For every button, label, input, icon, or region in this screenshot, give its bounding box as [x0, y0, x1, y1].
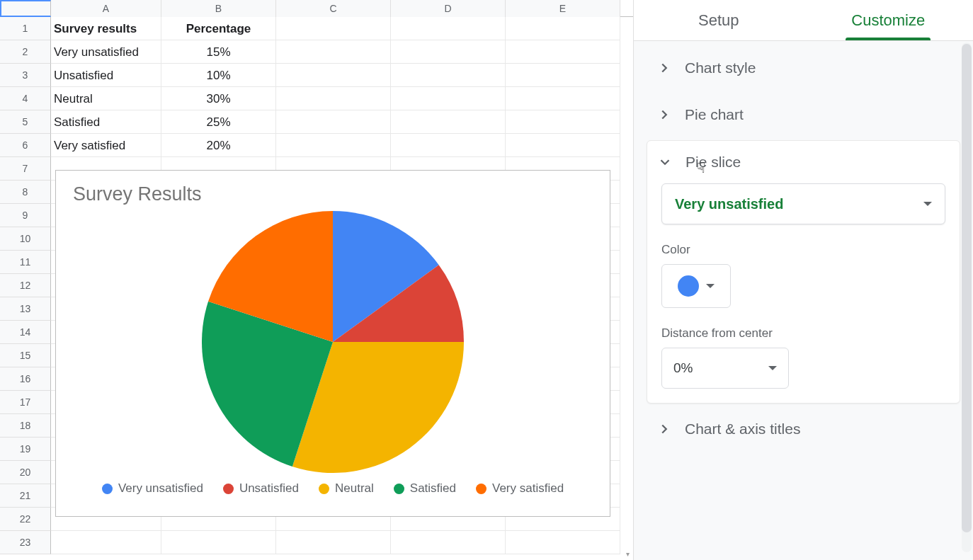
cell[interactable]: [506, 134, 620, 157]
cell[interactable]: [276, 40, 391, 64]
row-header[interactable]: 9: [0, 204, 51, 227]
legend-color-dot: [319, 484, 329, 494]
row-header[interactable]: 1: [0, 17, 51, 40]
row-header[interactable]: 17: [0, 391, 51, 414]
cell[interactable]: 15%: [161, 40, 276, 64]
cell[interactable]: Unsatisfied: [51, 64, 161, 87]
grid-row: [51, 531, 633, 554]
cell[interactable]: Neutral: [51, 87, 161, 110]
column-header[interactable]: E: [506, 0, 620, 17]
grid-row: Survey resultsPercentage: [51, 17, 633, 40]
row-header[interactable]: 19: [0, 438, 51, 461]
pie-chart-svg: [202, 211, 464, 473]
cell[interactable]: [391, 110, 506, 134]
row-header[interactable]: 7: [0, 157, 51, 181]
grid-row: Neutral30%: [51, 87, 633, 110]
column-header[interactable]: D: [391, 0, 506, 17]
row-header[interactable]: 3: [0, 64, 51, 87]
cells-area[interactable]: Survey Results Very unsatisfiedUnsatisfi…: [51, 17, 633, 554]
row-header[interactable]: 4: [0, 87, 51, 110]
chart-editor-panel: Setup Customize Chart style Pie chart Pi…: [633, 0, 973, 560]
row-header[interactable]: 22: [0, 508, 51, 531]
accordion-chart-axis-titles[interactable]: Chart & axis titles: [647, 408, 960, 450]
row-header[interactable]: 20: [0, 461, 51, 484]
legend-label: Unsatisfied: [239, 481, 299, 496]
legend-label: Very unsatisfied: [118, 481, 203, 496]
row-header[interactable]: 6: [0, 134, 51, 157]
row-header[interactable]: 10: [0, 227, 51, 251]
cell[interactable]: [391, 531, 506, 554]
chevron-right-icon: [656, 107, 672, 122]
grid-row: Very unsatisfied15%: [51, 40, 633, 64]
cell[interactable]: [391, 87, 506, 110]
scroll-down-arrow[interactable]: ▾: [623, 550, 632, 559]
legend-label: Neutral: [335, 481, 374, 496]
cell[interactable]: [391, 17, 506, 40]
cell[interactable]: [506, 64, 620, 87]
legend-label: Very satisfied: [492, 481, 564, 496]
cell[interactable]: 20%: [161, 134, 276, 157]
row-header[interactable]: 14: [0, 321, 51, 344]
column-header[interactable]: C: [276, 0, 391, 17]
cell[interactable]: [506, 87, 620, 110]
tab-setup[interactable]: Setup: [634, 0, 804, 40]
cell[interactable]: [506, 531, 620, 554]
panel-scrollbar[interactable]: [962, 42, 972, 552]
cell[interactable]: [276, 17, 391, 40]
cell[interactable]: [391, 64, 506, 87]
row-header[interactable]: 12: [0, 274, 51, 297]
cell[interactable]: [276, 87, 391, 110]
cell[interactable]: Very unsatisfied: [51, 40, 161, 64]
cell[interactable]: 25%: [161, 110, 276, 134]
cell[interactable]: Survey results: [51, 17, 161, 40]
cell[interactable]: [506, 40, 620, 64]
cell[interactable]: Very satisfied: [51, 134, 161, 157]
legend-item[interactable]: Very unsatisfied: [102, 481, 203, 496]
select-all-corner[interactable]: [0, 0, 51, 17]
row-header[interactable]: 21: [0, 484, 51, 508]
cell[interactable]: [276, 64, 391, 87]
cell[interactable]: [276, 134, 391, 157]
accordion-pie-slice-header[interactable]: Pie slice ☟: [647, 141, 960, 183]
legend-item[interactable]: Neutral: [319, 481, 374, 496]
cell[interactable]: Satisfied: [51, 110, 161, 134]
slice-color-button[interactable]: [661, 264, 731, 308]
tab-customize[interactable]: Customize: [804, 0, 974, 40]
cell[interactable]: [391, 134, 506, 157]
row-header[interactable]: 16: [0, 367, 51, 391]
accordion-label: Pie slice: [685, 154, 741, 171]
column-header[interactable]: A: [51, 0, 161, 17]
legend-item[interactable]: Very satisfied: [476, 481, 564, 496]
row-header[interactable]: 2: [0, 40, 51, 64]
legend-item[interactable]: Satisfied: [394, 481, 456, 496]
row-header[interactable]: 8: [0, 181, 51, 204]
column-header[interactable]: B: [161, 0, 276, 17]
chart-legend: Very unsatisfiedUnsatisfiedNeutralSatisf…: [73, 481, 593, 496]
cell[interactable]: [51, 531, 161, 554]
row-header[interactable]: 5: [0, 110, 51, 134]
legend-item[interactable]: Unsatisfied: [223, 481, 299, 496]
cell[interactable]: [276, 110, 391, 134]
cell[interactable]: [506, 17, 620, 40]
embedded-chart[interactable]: Survey Results Very unsatisfiedUnsatisfi…: [55, 170, 610, 517]
accordion-pie-chart[interactable]: Pie chart: [647, 93, 960, 136]
legend-color-dot: [102, 484, 113, 494]
accordion-pie-slice: Pie slice ☟ Very unsatisfied Color Dista…: [647, 140, 960, 404]
row-header[interactable]: 18: [0, 414, 51, 438]
row-header[interactable]: 15: [0, 344, 51, 367]
scrollbar-thumb[interactable]: [962, 44, 972, 532]
slice-select-dropdown[interactable]: Very unsatisfied: [661, 183, 945, 224]
distance-dropdown[interactable]: 0%: [661, 348, 789, 389]
row-header[interactable]: 11: [0, 251, 51, 274]
accordion-chart-style[interactable]: Chart style: [647, 47, 960, 89]
row-header[interactable]: 23: [0, 531, 51, 554]
cell[interactable]: 10%: [161, 64, 276, 87]
cell[interactable]: [391, 40, 506, 64]
cell[interactable]: [506, 110, 620, 134]
cell[interactable]: 30%: [161, 87, 276, 110]
row-header[interactable]: 13: [0, 297, 51, 321]
cell[interactable]: [161, 531, 276, 554]
chart-title: Survey Results: [73, 183, 593, 205]
cell[interactable]: Percentage: [161, 17, 276, 40]
cell[interactable]: [276, 531, 391, 554]
